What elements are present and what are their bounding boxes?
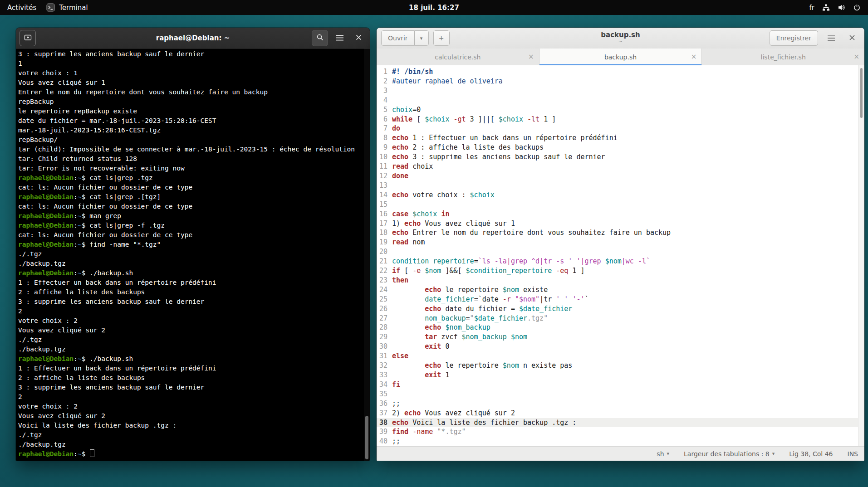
code-line[interactable]: 31else [377, 351, 858, 361]
code-line[interactable]: 25 date_fichier=`date -r "$nom"|tr ' ' '… [377, 295, 858, 304]
code-line[interactable]: 13 [377, 181, 858, 190]
tab-label: calculatrice.sh [435, 54, 481, 61]
search-icon [316, 34, 324, 43]
code-text: date_fichier=`date -r "$nom"|tr ' ' '-'` [391, 295, 589, 304]
terminal-line: le repertoire repBackup existe [18, 107, 370, 116]
code-text: 1) echo Vous avez cliqué sur 1 [391, 219, 515, 229]
code-line[interactable]: 14echo votre choix : $choix [377, 190, 858, 200]
tab-close-icon[interactable]: × [528, 54, 534, 60]
code-line[interactable]: 7do [377, 124, 858, 133]
code-line[interactable]: 24 echo le repertoire $nom existe [377, 285, 858, 295]
scrollbar-thumb[interactable] [365, 416, 368, 459]
code-line[interactable]: 28 echo $nom_backup [377, 323, 858, 332]
line-number: 40 [377, 437, 391, 446]
tab-close-icon[interactable]: × [853, 54, 859, 60]
open-dropdown-button[interactable]: ▾ [415, 30, 429, 46]
system-tray[interactable]: fr [809, 4, 868, 12]
code-line[interactable]: 34fi [377, 380, 858, 390]
line-number: 18 [377, 228, 391, 238]
terminal-line: ./.tgz [18, 335, 370, 345]
code-line[interactable]: 6while [ $choix -gt 3 ]||[ $choix -lt 1 … [377, 115, 858, 124]
code-line[interactable]: 33 exit 1 [377, 370, 858, 380]
code-line[interactable]: 29 tar zvcf $nom_backup $nom [377, 332, 858, 342]
code-text: exit 1 [391, 370, 449, 380]
code-line[interactable]: 1#! /bin/sh [377, 67, 858, 77]
code-line[interactable]: 26 echo date du fichier = $date_fichier [377, 304, 858, 314]
line-number: 14 [377, 190, 391, 200]
terminal-headerbar[interactable]: raphael@Debian: ~ [16, 28, 370, 49]
code-line[interactable]: 12done [377, 171, 858, 181]
code-line[interactable]: 11read choix [377, 162, 858, 171]
terminal-line: raphael@Debian:~$ cat ls|grep .tgz [18, 173, 370, 183]
keyboard-layout[interactable]: fr [809, 4, 814, 12]
close-button-editor[interactable] [844, 30, 860, 46]
clock[interactable]: 18 juil. 16:27 [409, 4, 459, 12]
code-line[interactable]: 32 echo le repertoire $nom n existe pas [377, 361, 858, 370]
chevron-down-icon: ▾ [420, 35, 423, 41]
code-line[interactable]: 39find -name "*.tgz" [377, 427, 858, 437]
code-line[interactable]: 36;; [377, 399, 858, 409]
code-text: find -name "*.tgz" [391, 427, 466, 437]
code-line[interactable]: 10echo 3 : supprime les anciens backup s… [377, 152, 858, 162]
menu-button-editor[interactable] [824, 30, 839, 46]
code-line[interactable]: 27 nom_backup="$date_fichier.tgz" [377, 314, 858, 323]
new-tab-button[interactable] [20, 30, 36, 46]
code-line[interactable]: 21condition_repertoire=`ls -la|grep ^d|t… [377, 257, 858, 266]
terminal-line: repBackup/ [18, 135, 370, 145]
code-line[interactable]: 19read nom [377, 238, 858, 247]
line-number: 23 [377, 276, 391, 285]
tab-liste_fichier.sh[interactable]: liste_fichier.sh× [702, 49, 864, 65]
code-line[interactable]: 18echo Entrer le nom du repertoire dont … [377, 228, 858, 238]
code-line[interactable]: 9echo 2 : affiche la liste des backups [377, 143, 858, 152]
open-button[interactable]: Ouvrir [381, 30, 415, 46]
focused-app-indicator[interactable]: Terminal [46, 3, 88, 12]
editor-headerbar[interactable]: Ouvrir ▾ + backup.sh ~ Enregistrer [377, 28, 864, 49]
code-text: then [391, 276, 408, 285]
code-text: #! /bin/sh [391, 67, 433, 77]
code-line[interactable]: 38echo Voici la liste des fichier backup… [377, 418, 858, 428]
terminal-line: 2 [18, 392, 370, 402]
top-bar: Activités Terminal 18 juil. 16:27 fr [0, 0, 868, 15]
code-text: echo 3 : supprime les anciens backup sau… [391, 152, 605, 162]
terminal-scrollbar[interactable] [364, 49, 370, 461]
search-button[interactable] [312, 30, 328, 46]
code-line[interactable]: 40;; [377, 437, 858, 446]
terminal-line: Vous avez cliqué sur 2 [18, 326, 370, 335]
code-line[interactable]: 3 [377, 86, 858, 96]
line-number: 25 [377, 295, 391, 304]
menu-button[interactable] [332, 30, 347, 46]
tab-width-selector[interactable]: Largeur des tabulations : 8 ▾ [684, 450, 775, 458]
code-line[interactable]: 5choix=0 [377, 105, 858, 115]
code-text: else [391, 351, 408, 361]
code-line[interactable]: 4 [377, 96, 858, 105]
tab-close-icon[interactable]: × [691, 54, 697, 60]
code-line[interactable]: 35 [377, 390, 858, 399]
new-document-button[interactable]: + [433, 30, 450, 46]
terminal-body[interactable]: 3 : supprime les anciens backup sauf le … [16, 49, 370, 461]
code-line[interactable]: 15 [377, 200, 858, 209]
code-line[interactable]: 22if [ -e $nom ]&&[ $condition_repertoir… [377, 266, 858, 276]
code-line[interactable]: 2#auteur raphael de oliveira [377, 77, 858, 86]
line-number: 27 [377, 314, 391, 323]
close-icon [849, 34, 855, 43]
scrollbar-thumb[interactable] [860, 68, 863, 118]
code-line[interactable]: 30 exit 0 [377, 342, 858, 351]
close-button[interactable] [351, 30, 366, 46]
tab-backup.sh[interactable]: backup.sh× [539, 49, 702, 65]
code-line[interactable]: 171) echo Vous avez cliqué sur 1 [377, 219, 858, 229]
line-number: 10 [377, 152, 391, 162]
save-button[interactable]: Enregistrer [770, 30, 818, 46]
insert-mode: INS [848, 450, 858, 458]
code-line[interactable]: 20 [377, 247, 858, 257]
code-line[interactable]: 8echo 1 : Effectuer un back dans un répe… [377, 133, 858, 143]
code-line[interactable]: 16case $choix in [377, 209, 858, 219]
code-text: condition_repertoire=`ls -la|grep ^d|tr … [391, 257, 650, 266]
code-line[interactable]: 23then [377, 276, 858, 285]
activities-button[interactable]: Activités [7, 4, 36, 12]
code-text: #auteur raphael de oliveira [391, 77, 503, 86]
tab-calculatrice.sh[interactable]: calculatrice.sh× [377, 49, 539, 65]
language-selector[interactable]: sh ▾ [657, 450, 669, 458]
code-line[interactable]: 372) echo Vous avez cliqué sur 2 [377, 409, 858, 418]
code-area[interactable]: 1#! /bin/sh2#auteur raphael de oliveira3… [377, 65, 858, 447]
editor-scrollbar[interactable] [858, 65, 864, 447]
